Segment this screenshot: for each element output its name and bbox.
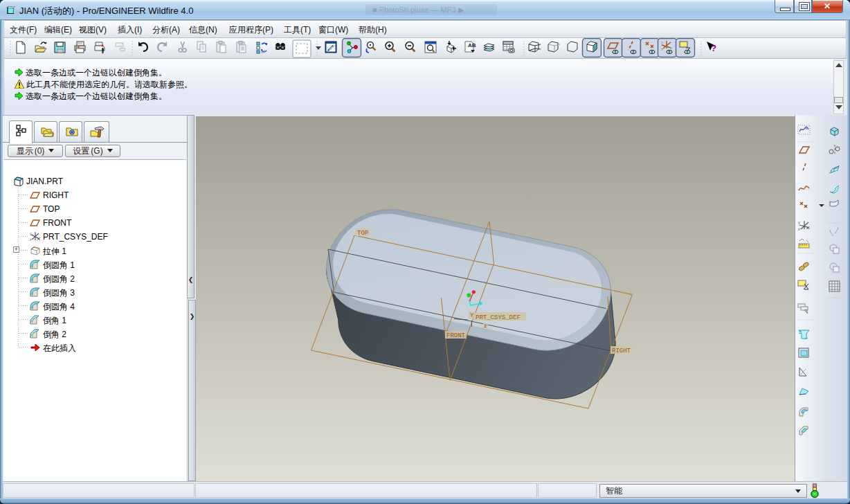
- svg-text:z: z: [798, 227, 800, 231]
- svg-text:RIGHT: RIGHT: [612, 348, 631, 354]
- svg-text:x: x: [670, 46, 672, 50]
- svg-text:FRONT: FRONT: [446, 332, 466, 339]
- svg-text:TOP: TOP: [357, 230, 368, 237]
- svg-text:?: ?: [711, 43, 716, 53]
- svg-text:Y: Y: [470, 312, 474, 319]
- svg-text:z: z: [484, 323, 487, 329]
- svg-text:y: y: [798, 220, 800, 224]
- svg-text:z: z: [661, 47, 663, 51]
- svg-text:z: z: [30, 237, 32, 242]
- svg-text:y: y: [661, 40, 663, 44]
- svg-text:AB: AB: [468, 42, 476, 48]
- svg-text:PRT_CSYS_DEF: PRT_CSYS_DEF: [476, 314, 521, 321]
